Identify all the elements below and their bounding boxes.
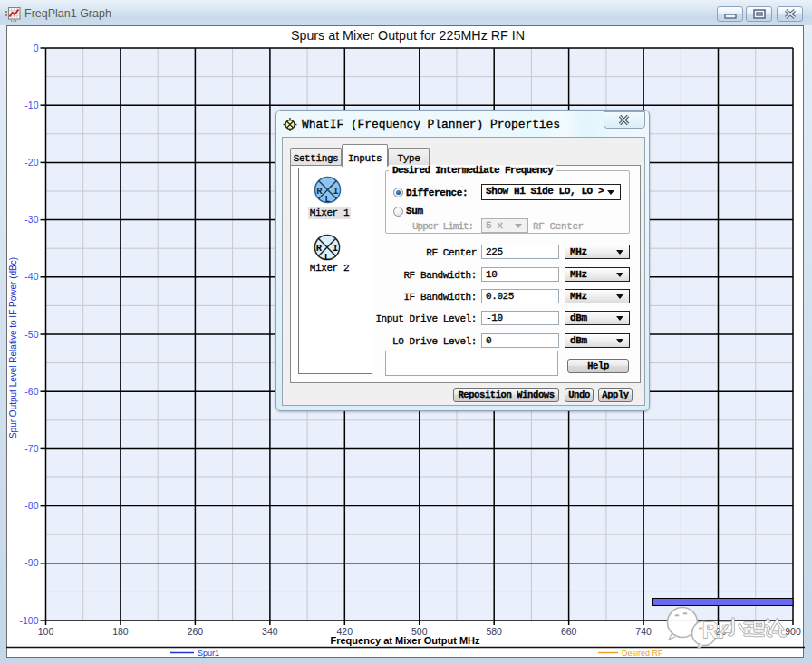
svg-text:-90: -90 (24, 557, 38, 568)
svg-text:L: L (324, 194, 330, 204)
svg-text:-30: -30 (24, 214, 38, 225)
svg-text:Spur1: Spur1 (198, 649, 219, 658)
svg-text:0: 0 (34, 43, 39, 53)
svg-text:-80: -80 (24, 500, 38, 511)
svg-text:-20: -20 (24, 157, 38, 168)
svg-text:-50: -50 (24, 329, 38, 340)
svg-text:Spur Output Level Relative to: Spur Output Level Relative to IF Power (… (8, 257, 18, 438)
svg-text:-10: -10 (24, 100, 38, 111)
svg-text:100: 100 (38, 626, 54, 637)
svg-text:Desired RF: Desired RF (622, 649, 663, 658)
svg-text:Spurs at Mixer Output for 225M: Spurs at Mixer Output for 225MHz RF IN (291, 28, 525, 43)
svg-text:580: 580 (486, 626, 502, 637)
svg-text:260: 260 (188, 626, 204, 637)
svg-text:-100: -100 (19, 615, 38, 626)
svg-text:-60: -60 (24, 386, 38, 397)
svg-text:740: 740 (635, 626, 652, 637)
svg-text:RF: RF (702, 618, 731, 642)
svg-text:180: 180 (112, 626, 129, 637)
svg-text:I: I (334, 186, 339, 197)
svg-text:900: 900 (785, 626, 801, 637)
svg-text:-70: -70 (24, 443, 38, 454)
svg-text:-40: -40 (24, 271, 38, 282)
svg-text:340: 340 (262, 626, 278, 637)
svg-text:Frequency at Mixer Output MHz: Frequency at Mixer Output MHz (330, 635, 480, 646)
svg-text:660: 660 (561, 626, 577, 637)
